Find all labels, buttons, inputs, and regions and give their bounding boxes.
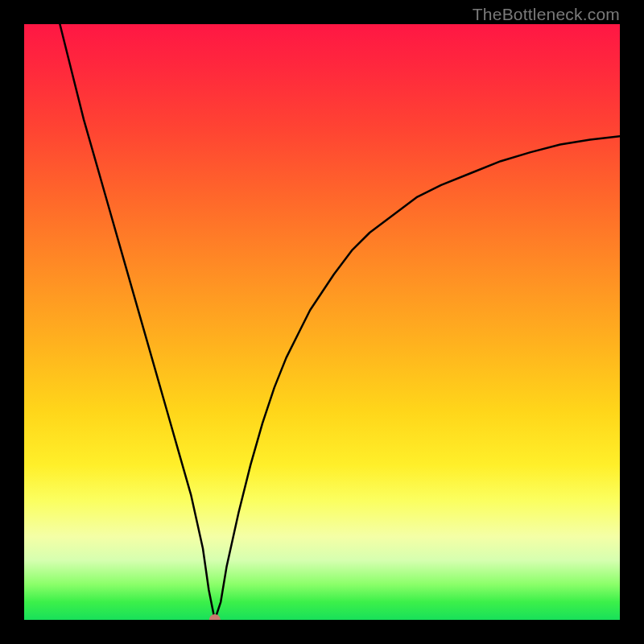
plot-area [24, 24, 620, 620]
chart-frame: TheBottleneck.com [0, 0, 644, 644]
watermark-text: TheBottleneck.com [473, 5, 620, 24]
bottleneck-curve [24, 24, 620, 620]
